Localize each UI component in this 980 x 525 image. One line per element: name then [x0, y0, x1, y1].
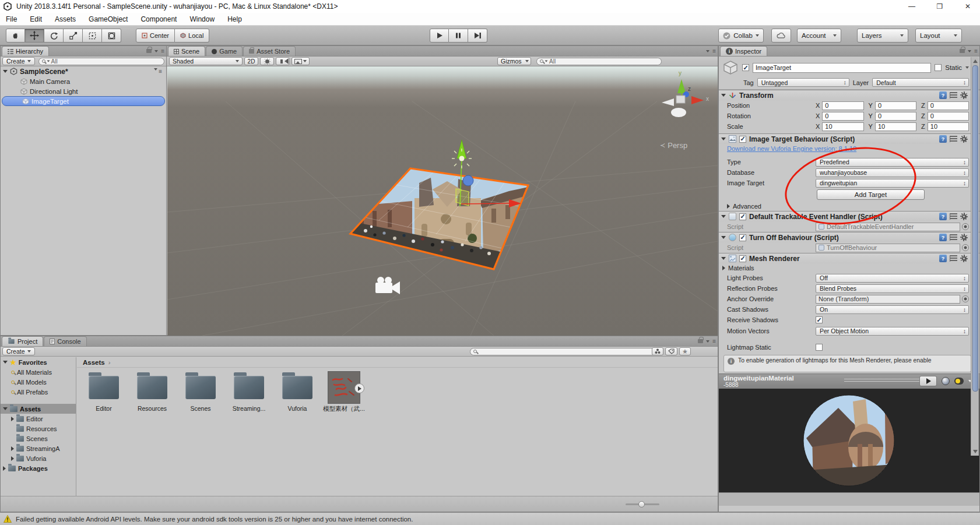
static-caret-icon[interactable] — [965, 66, 969, 69]
help-icon[interactable]: ? — [939, 91, 947, 99]
preset-icon[interactable] — [950, 255, 957, 262]
hierarchy-item-directional-light[interactable]: Directional Light — [1, 86, 166, 96]
preset-icon[interactable] — [950, 92, 957, 98]
tree-assets-root[interactable]: Assets — [1, 404, 76, 414]
play-button[interactable] — [430, 29, 449, 43]
gizmos-dropdown[interactable]: Gizmos — [497, 57, 531, 65]
favorite-all-prefabs[interactable]: All Prefabs — [1, 387, 76, 397]
foldout-icon[interactable] — [721, 236, 726, 239]
foldout-icon[interactable] — [721, 257, 726, 260]
foldout-icon[interactable] — [11, 446, 14, 451]
lock-icon[interactable] — [146, 49, 152, 53]
lock-icon[interactable] — [698, 339, 703, 343]
lightmap-static-checkbox[interactable] — [816, 344, 823, 351]
grid-item-resources[interactable]: Resources — [130, 376, 174, 412]
material-preview-header[interactable]: dingweitupianMaterial -5888 ≡ — [719, 374, 979, 389]
menu-assets[interactable]: Assets — [55, 15, 76, 23]
scale-tool-button[interactable] — [64, 29, 83, 43]
tab-console[interactable]: Console — [44, 336, 86, 346]
panel-menu-icon[interactable]: ≡ — [712, 338, 715, 344]
light-probes-dropdown[interactable]: Off — [816, 274, 969, 283]
favorite-all-models[interactable]: All Models — [1, 377, 76, 387]
favorites-root[interactable]: ★Favorites — [1, 357, 76, 367]
pivot-center-button[interactable]: Center — [136, 29, 175, 43]
foldout-icon[interactable] — [721, 94, 726, 97]
tab-scene[interactable]: Scene — [168, 46, 205, 56]
type-dropdown[interactable]: Predefined — [816, 158, 969, 167]
preset-icon[interactable] — [950, 136, 957, 142]
tree-folder-vuforia[interactable]: Vuforia — [1, 453, 76, 463]
tab-asset-store[interactable]: Asset Store — [243, 46, 296, 56]
cloud-button[interactable] — [771, 29, 791, 43]
preset-icon[interactable] — [950, 213, 957, 220]
gear-icon[interactable] — [960, 234, 968, 241]
scale-y-field[interactable]: 10 — [875, 122, 916, 131]
tree-packages-root[interactable]: Packages — [1, 463, 76, 473]
menu-help[interactable]: Help — [227, 15, 242, 23]
transform-tool-button[interactable] — [102, 29, 121, 43]
tab-game[interactable]: Game — [206, 46, 243, 56]
hierarchy-search-input[interactable]: All — [38, 58, 164, 65]
rotation-x-field[interactable]: 0 — [822, 112, 863, 121]
trackable-handler-header[interactable]: Default Trackable Event Handler (Script)… — [719, 211, 979, 221]
grid-item-vuforia[interactable]: Vuforia — [275, 376, 319, 412]
inspector-scrollbar[interactable] — [971, 57, 979, 456]
collab-button[interactable]: Collab — [718, 29, 764, 43]
scene-lighting-button[interactable] — [260, 57, 274, 65]
component-enabled-checkbox[interactable] — [739, 213, 746, 220]
grid-item-streamingassets[interactable]: Streaming... — [227, 376, 271, 412]
render-mode-dropdown[interactable]: Shaded — [169, 57, 243, 65]
tab-project[interactable]: Project — [2, 336, 43, 346]
cast-shadows-dropdown[interactable]: On — [816, 305, 969, 314]
status-bar[interactable]: Failed getting available Android API lev… — [0, 512, 980, 525]
component-enabled-checkbox[interactable] — [739, 136, 746, 143]
panel-menu-icon[interactable]: ≡ — [974, 48, 977, 54]
materials-foldout[interactable]: Materials — [719, 263, 979, 273]
component-enabled-checkbox[interactable] — [739, 234, 746, 241]
tree-folder-editor[interactable]: Editor — [1, 414, 76, 424]
preview-sphere-button[interactable] — [942, 377, 950, 385]
scale-x-field[interactable]: 10 — [822, 122, 863, 131]
tab-hierarchy[interactable]: Hierarchy — [2, 46, 49, 56]
foldout-icon[interactable] — [3, 361, 8, 364]
pivot-local-button[interactable]: Local — [175, 29, 209, 43]
z-axis-handle[interactable] — [463, 175, 473, 186]
grid-item-scenes[interactable]: Scenes — [178, 376, 223, 412]
scroll-up-icon[interactable] — [973, 59, 978, 63]
slider-knob[interactable] — [638, 501, 645, 508]
rotate-tool-button[interactable] — [44, 29, 64, 43]
reflection-probes-dropdown[interactable]: Blend Probes — [816, 284, 969, 293]
grid-item-model-asset[interactable]: 模型素材（武... — [322, 376, 366, 413]
scroll-down-icon[interactable] — [973, 450, 978, 453]
position-y-field[interactable]: 0 — [875, 101, 916, 110]
tree-folder-scenes[interactable]: Scenes — [1, 434, 76, 443]
transform-header[interactable]: Transform ? — [719, 90, 979, 100]
object-picker-icon[interactable] — [962, 223, 969, 230]
tree-folder-resources[interactable]: Resources — [1, 424, 76, 434]
favorite-search-button[interactable]: ★ — [679, 347, 691, 355]
panel-caret-icon[interactable] — [706, 340, 709, 343]
mesh-renderer-header[interactable]: Mesh Renderer ? — [719, 253, 979, 263]
scene-audio-button[interactable] — [276, 57, 290, 65]
scene-menu-icon[interactable]: ≡ — [159, 68, 161, 75]
tab-inspector[interactable]: iInspector — [720, 46, 767, 56]
2d-toggle-button[interactable]: 2D — [244, 57, 258, 65]
favorite-all-materials[interactable]: All Materials — [1, 367, 76, 377]
receive-shadows-checkbox[interactable] — [816, 316, 823, 323]
preview-drag-handle-icon[interactable] — [844, 379, 920, 383]
hierarchy-item-main-camera[interactable]: Main Camera — [1, 76, 166, 86]
play-overlay-icon[interactable] — [354, 383, 364, 393]
rotation-z-field[interactable]: 0 — [928, 112, 969, 121]
layers-button[interactable]: Layers — [857, 29, 908, 43]
menu-edit[interactable]: Edit — [30, 15, 42, 23]
gear-icon[interactable] — [960, 91, 968, 99]
close-icon[interactable]: ✕ — [964, 2, 972, 10]
object-picker-icon[interactable] — [962, 244, 969, 251]
anchor-override-field[interactable]: None (Transform) — [816, 295, 960, 304]
grid-item-editor[interactable]: Editor — [82, 376, 126, 412]
panel-caret-icon[interactable] — [706, 50, 709, 52]
gear-icon[interactable] — [960, 255, 968, 262]
project-search-input[interactable] — [470, 348, 660, 355]
move-tool-button[interactable] — [25, 29, 44, 43]
panel-caret-icon[interactable] — [968, 50, 971, 52]
